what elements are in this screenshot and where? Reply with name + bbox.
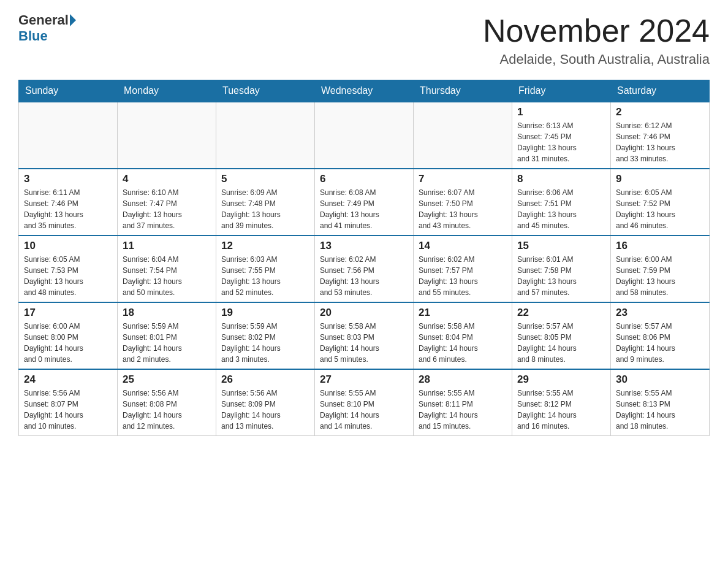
day-number: 17 — [24, 307, 112, 319]
calendar-cell: 19Sunrise: 5:59 AMSunset: 8:02 PMDayligh… — [216, 302, 315, 369]
day-info: Sunrise: 6:09 AMSunset: 7:48 PMDaylight:… — [221, 187, 309, 231]
calendar-week-row: 3Sunrise: 6:11 AMSunset: 7:46 PMDaylight… — [19, 169, 710, 236]
calendar-week-row: 1Sunrise: 6:13 AMSunset: 7:45 PMDaylight… — [19, 102, 710, 169]
calendar-cell: 30Sunrise: 5:55 AMSunset: 8:13 PMDayligh… — [611, 369, 710, 436]
calendar-cell: 26Sunrise: 5:56 AMSunset: 8:09 PMDayligh… — [216, 369, 315, 436]
day-info: Sunrise: 5:58 AMSunset: 8:04 PMDaylight:… — [419, 321, 507, 365]
day-info: Sunrise: 6:03 AMSunset: 7:55 PMDaylight:… — [221, 254, 309, 298]
day-number: 30 — [616, 373, 704, 386]
column-header-tuesday: Tuesday — [216, 80, 315, 102]
calendar-cell: 18Sunrise: 5:59 AMSunset: 8:01 PMDayligh… — [118, 302, 216, 369]
day-number: 7 — [419, 173, 507, 185]
calendar-week-row: 17Sunrise: 6:00 AMSunset: 8:00 PMDayligh… — [19, 302, 710, 369]
day-info: Sunrise: 6:07 AMSunset: 7:50 PMDaylight:… — [419, 187, 507, 231]
calendar-cell: 8Sunrise: 6:06 AMSunset: 7:51 PMDaylight… — [512, 169, 611, 236]
calendar-cell: 16Sunrise: 6:00 AMSunset: 7:59 PMDayligh… — [611, 236, 710, 302]
day-info: Sunrise: 6:10 AMSunset: 7:47 PMDaylight:… — [123, 187, 211, 231]
calendar-cell: 4Sunrise: 6:10 AMSunset: 7:47 PMDaylight… — [118, 169, 216, 236]
calendar-cell — [315, 102, 414, 169]
day-number: 21 — [419, 307, 507, 319]
day-number: 11 — [123, 240, 211, 252]
day-info: Sunrise: 5:57 AMSunset: 8:06 PMDaylight:… — [616, 321, 704, 365]
calendar-cell: 17Sunrise: 6:00 AMSunset: 8:00 PMDayligh… — [19, 302, 118, 369]
day-number: 27 — [320, 373, 408, 386]
day-number: 19 — [221, 307, 309, 319]
day-info: Sunrise: 5:59 AMSunset: 8:02 PMDaylight:… — [221, 321, 309, 365]
day-info: Sunrise: 6:12 AMSunset: 7:46 PMDaylight:… — [616, 120, 704, 164]
day-number: 28 — [419, 373, 507, 386]
calendar-cell: 14Sunrise: 6:02 AMSunset: 7:57 PMDayligh… — [414, 236, 512, 302]
logo-arrow-icon — [70, 14, 76, 26]
day-number: 16 — [616, 240, 704, 252]
day-number: 2 — [616, 106, 704, 118]
calendar-cell: 27Sunrise: 5:55 AMSunset: 8:10 PMDayligh… — [315, 369, 414, 436]
calendar-cell: 13Sunrise: 6:02 AMSunset: 7:56 PMDayligh… — [315, 236, 414, 302]
day-number: 22 — [517, 307, 605, 319]
calendar-cell: 23Sunrise: 5:57 AMSunset: 8:06 PMDayligh… — [611, 302, 710, 369]
calendar-cell: 25Sunrise: 5:56 AMSunset: 8:08 PMDayligh… — [118, 369, 216, 436]
day-number: 3 — [24, 173, 112, 185]
calendar-week-row: 10Sunrise: 6:05 AMSunset: 7:53 PMDayligh… — [19, 236, 710, 302]
calendar-cell: 12Sunrise: 6:03 AMSunset: 7:55 PMDayligh… — [216, 236, 315, 302]
logo-general-text: General — [18, 12, 69, 28]
calendar-cell: 24Sunrise: 5:56 AMSunset: 8:07 PMDayligh… — [19, 369, 118, 436]
column-header-monday: Monday — [118, 80, 216, 102]
calendar-cell: 10Sunrise: 6:05 AMSunset: 7:53 PMDayligh… — [19, 236, 118, 302]
page-title: November 2024 — [483, 12, 710, 49]
day-info: Sunrise: 6:00 AMSunset: 7:59 PMDaylight:… — [616, 254, 704, 298]
calendar-cell: 21Sunrise: 5:58 AMSunset: 8:04 PMDayligh… — [414, 302, 512, 369]
calendar-cell — [19, 102, 118, 169]
day-number: 15 — [517, 240, 605, 252]
day-number: 1 — [517, 106, 605, 118]
day-info: Sunrise: 5:55 AMSunset: 8:13 PMDaylight:… — [616, 388, 704, 432]
calendar-cell: 3Sunrise: 6:11 AMSunset: 7:46 PMDaylight… — [19, 169, 118, 236]
day-number: 5 — [221, 173, 309, 185]
calendar-cell — [414, 102, 512, 169]
day-info: Sunrise: 5:55 AMSunset: 8:11 PMDaylight:… — [419, 388, 507, 432]
day-info: Sunrise: 5:55 AMSunset: 8:10 PMDaylight:… — [320, 388, 408, 432]
calendar-cell — [118, 102, 216, 169]
day-number: 29 — [517, 373, 605, 386]
day-info: Sunrise: 6:11 AMSunset: 7:46 PMDaylight:… — [24, 187, 112, 231]
calendar-cell: 1Sunrise: 6:13 AMSunset: 7:45 PMDaylight… — [512, 102, 611, 169]
day-number: 23 — [616, 307, 704, 319]
calendar-cell: 11Sunrise: 6:04 AMSunset: 7:54 PMDayligh… — [118, 236, 216, 302]
calendar-cell: 2Sunrise: 6:12 AMSunset: 7:46 PMDaylight… — [611, 102, 710, 169]
day-info: Sunrise: 6:00 AMSunset: 8:00 PMDaylight:… — [24, 321, 112, 365]
day-number: 14 — [419, 240, 507, 252]
calendar-table: SundayMondayTuesdayWednesdayThursdayFrid… — [18, 80, 710, 436]
title-section: November 2024 Adelaide, South Australia,… — [483, 12, 710, 67]
column-header-sunday: Sunday — [19, 80, 118, 102]
day-info: Sunrise: 6:08 AMSunset: 7:49 PMDaylight:… — [320, 187, 408, 231]
calendar-cell: 29Sunrise: 5:55 AMSunset: 8:12 PMDayligh… — [512, 369, 611, 436]
day-info: Sunrise: 6:06 AMSunset: 7:51 PMDaylight:… — [517, 187, 605, 231]
column-header-saturday: Saturday — [611, 80, 710, 102]
day-number: 18 — [123, 307, 211, 319]
calendar-cell: 9Sunrise: 6:05 AMSunset: 7:52 PMDaylight… — [611, 169, 710, 236]
day-info: Sunrise: 6:05 AMSunset: 7:52 PMDaylight:… — [616, 187, 704, 231]
day-info: Sunrise: 5:56 AMSunset: 8:09 PMDaylight:… — [221, 388, 309, 432]
calendar-cell — [216, 102, 315, 169]
calendar-cell: 28Sunrise: 5:55 AMSunset: 8:11 PMDayligh… — [414, 369, 512, 436]
day-number: 9 — [616, 173, 704, 185]
page-header: General Blue November 2024 Adelaide, Sou… — [18, 12, 710, 67]
day-info: Sunrise: 5:56 AMSunset: 8:07 PMDaylight:… — [24, 388, 112, 432]
calendar-cell: 22Sunrise: 5:57 AMSunset: 8:05 PMDayligh… — [512, 302, 611, 369]
column-header-friday: Friday — [512, 80, 611, 102]
day-number: 10 — [24, 240, 112, 252]
day-info: Sunrise: 5:58 AMSunset: 8:03 PMDaylight:… — [320, 321, 408, 365]
calendar-cell: 7Sunrise: 6:07 AMSunset: 7:50 PMDaylight… — [414, 169, 512, 236]
day-number: 12 — [221, 240, 309, 252]
day-number: 20 — [320, 307, 408, 319]
calendar-header-row: SundayMondayTuesdayWednesdayThursdayFrid… — [19, 80, 710, 102]
day-number: 26 — [221, 373, 309, 386]
logo: General Blue — [18, 12, 77, 44]
day-info: Sunrise: 5:57 AMSunset: 8:05 PMDaylight:… — [517, 321, 605, 365]
day-number: 4 — [123, 173, 211, 185]
calendar-cell: 6Sunrise: 6:08 AMSunset: 7:49 PMDaylight… — [315, 169, 414, 236]
day-number: 8 — [517, 173, 605, 185]
day-info: Sunrise: 6:04 AMSunset: 7:54 PMDaylight:… — [123, 254, 211, 298]
calendar-cell: 5Sunrise: 6:09 AMSunset: 7:48 PMDaylight… — [216, 169, 315, 236]
day-info: Sunrise: 6:05 AMSunset: 7:53 PMDaylight:… — [24, 254, 112, 298]
day-info: Sunrise: 5:55 AMSunset: 8:12 PMDaylight:… — [517, 388, 605, 432]
